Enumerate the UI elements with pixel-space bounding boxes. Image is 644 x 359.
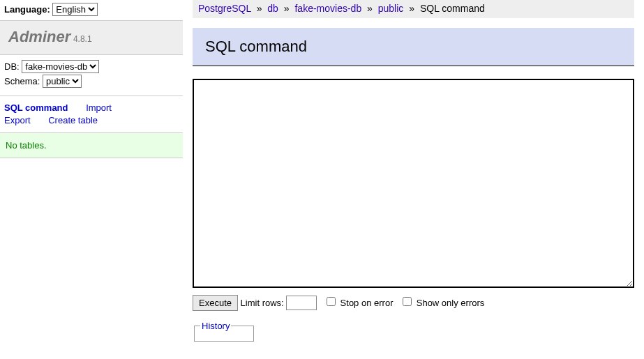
execute-button[interactable] — [193, 295, 238, 311]
language-selector: Language: English — [0, 0, 183, 20]
show-only-errors-label[interactable]: Show only errors — [400, 298, 484, 308]
page-title: SQL command — [193, 28, 634, 66]
brand-header: Adminer 4.8.1 — [0, 20, 183, 55]
breadcrumb-sep: » — [284, 3, 290, 14]
breadcrumb: PostgreSQL » db » fake-movies-db » publi… — [193, 0, 634, 18]
schema-select[interactable]: public — [43, 75, 82, 88]
db-select[interactable]: fake-movies-db — [22, 60, 99, 73]
show-only-errors-checkbox[interactable] — [403, 297, 412, 306]
stop-on-error-text: Stop on error — [340, 298, 394, 308]
link-export[interactable]: Export — [4, 114, 31, 127]
breadcrumb-schema[interactable]: public — [378, 3, 404, 14]
breadcrumb-server[interactable]: PostgreSQL — [198, 3, 251, 14]
link-import[interactable]: Import — [86, 102, 112, 114]
schema-label: Schema: — [4, 76, 40, 86]
language-label: Language: — [4, 4, 50, 15]
sql-textarea[interactable] — [193, 79, 634, 288]
link-sql-command[interactable]: SQL command — [4, 102, 68, 114]
breadcrumb-sep: » — [409, 3, 414, 14]
sidebar-links: SQL command Import Export Create table — [0, 96, 183, 133]
show-only-errors-text: Show only errors — [417, 298, 485, 308]
brand-version: 4.8.1 — [73, 34, 92, 44]
stop-on-error-label[interactable]: Stop on error — [324, 298, 396, 308]
breadcrumb-current: SQL command — [420, 3, 485, 14]
link-create-table[interactable]: Create table — [48, 114, 98, 127]
limit-rows-input[interactable] — [286, 296, 317, 310]
db-label: DB: — [4, 61, 20, 72]
controls-row: Limit rows: Stop on error Show only erro… — [193, 295, 634, 311]
tables-message: No tables. — [0, 133, 183, 158]
limit-label: Limit rows: — [241, 298, 284, 308]
breadcrumb-dbname[interactable]: fake-movies-db — [294, 3, 361, 14]
stop-on-error-checkbox[interactable] — [327, 297, 336, 306]
language-select[interactable]: English — [52, 3, 98, 16]
breadcrumb-db-link[interactable]: db — [267, 3, 278, 14]
brand-link[interactable]: Adminer — [8, 28, 70, 45]
history-link[interactable]: History — [202, 321, 230, 331]
history-fieldset: History — [194, 321, 254, 342]
breadcrumb-sep: » — [367, 3, 373, 14]
db-schema-selectors: DB: fake-movies-db Schema: public — [0, 55, 183, 96]
sql-form: Limit rows: Stop on error Show only erro… — [193, 79, 634, 344]
breadcrumb-sep: » — [257, 3, 262, 14]
